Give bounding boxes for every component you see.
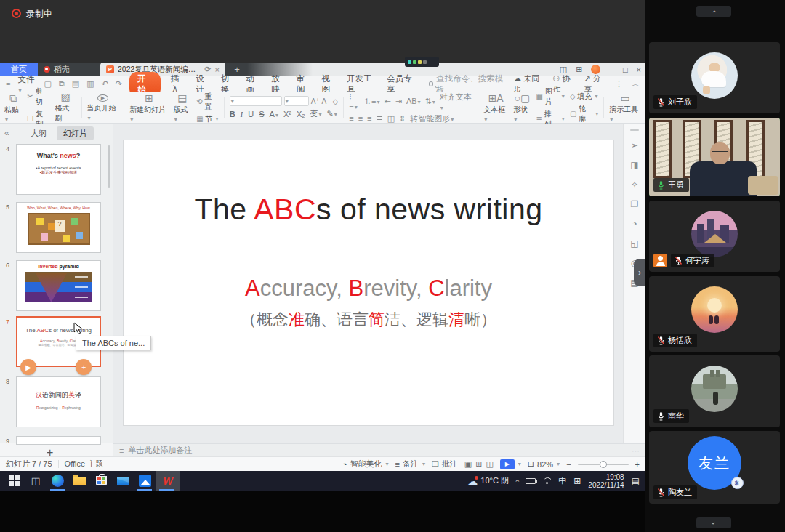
theme-name[interactable]: Office 主题 — [65, 459, 104, 469]
presentation-tools-button[interactable]: ▭演示工具 — [609, 94, 641, 121]
tab-outline[interactable]: 大纲 — [31, 128, 47, 139]
align-right-icon[interactable]: ≡ — [367, 114, 371, 123]
subscript-button[interactable]: X₂ — [297, 110, 305, 118]
task-view-button[interactable]: ◫ — [25, 471, 47, 491]
text-effects-button[interactable]: 变 — [310, 108, 322, 119]
justify-icon[interactable]: ≣ — [376, 114, 382, 124]
new-slide-button[interactable]: ⊞新建幻灯片 — [129, 94, 169, 121]
columns-icon[interactable]: ◫ — [387, 114, 395, 124]
undo-icon[interactable]: ↶ — [102, 79, 108, 89]
panel-collapse-handle[interactable]: › — [634, 259, 645, 286]
align-left-icon[interactable]: ≡ — [349, 114, 353, 123]
shapes-button[interactable]: ○▢形状 — [513, 94, 531, 121]
participant-tile[interactable]: 何宇涛 — [649, 201, 780, 272]
increase-indent-button[interactable]: ⇥ — [395, 97, 402, 106]
wifi-icon[interactable] — [543, 477, 551, 484]
decrease-indent-button[interactable]: ⇤ — [384, 97, 390, 106]
scroll-participants-up-button[interactable]: › — [696, 6, 731, 17]
slide-thumbnail-8[interactable]: 汉语新闻的英译 Reorganizing + Rephrasing — [16, 376, 101, 427]
slide-thumbnail-4[interactable]: What's news? •A report of recent events … — [16, 144, 101, 195]
slide-title[interactable]: The ABCs of news writing — [124, 193, 613, 227]
taskbar-store[interactable] — [90, 471, 112, 491]
clock[interactable]: 19:082022/11/14 — [588, 473, 624, 489]
properties-icon[interactable]: ◨ — [630, 160, 638, 170]
align-center-icon[interactable]: ≡ — [358, 114, 363, 123]
participant-tile[interactable]: 杨恬欣 — [649, 276, 780, 352]
strikethrough-button[interactable]: S — [259, 110, 264, 118]
line-sort-button[interactable]: ⇅ — [425, 97, 435, 106]
menu-tab-view[interactable]: 视图 — [321, 73, 337, 95]
floating-meeting-toolbar[interactable] — [405, 57, 439, 67]
slide-subtitle-chinese[interactable]: （概念准确、语言简洁、逻辑清晰） — [124, 309, 613, 331]
italic-button[interactable]: I — [241, 110, 243, 118]
slide-thumbnail-6[interactable]: Inverted pyramid — [16, 260, 101, 311]
format-painter-button[interactable]: ▨格式刷 — [55, 94, 76, 121]
line-spacing-icon[interactable]: ⇕ — [399, 114, 406, 124]
reading-view-icon[interactable]: ◫ — [486, 459, 493, 469]
weather-widget[interactable]: ☁10°C 阴 — [467, 475, 509, 487]
section-button[interactable]: ▦节 — [196, 114, 219, 124]
participant-tile-speaking[interactable]: 王勇 — [649, 118, 780, 196]
current-slide[interactable]: The ABCs of news writing Accuracy, Brevi… — [124, 140, 613, 425]
smart-beautify-button[interactable]: ◔智能美化 — [342, 459, 389, 469]
tray-expand-icon[interactable]: › — [513, 480, 521, 482]
start-button[interactable] — [3, 471, 25, 491]
ime-grid-icon[interactable]: ⊞ — [573, 476, 581, 486]
slide-thumbnail-9[interactable] — [16, 436, 101, 445]
fold-ribbon-icon[interactable]: ︿ — [632, 78, 640, 89]
reset-button[interactable]: ⟲重置 — [196, 92, 219, 112]
hamburger-icon[interactable]: ≡ — [6, 80, 10, 89]
superscript-button[interactable]: X² — [283, 110, 291, 118]
taskbar-edge[interactable] — [47, 471, 68, 491]
redo-icon[interactable]: ↷ — [116, 79, 122, 89]
sorter-view-icon[interactable]: ⊞ — [475, 459, 482, 469]
preview-icon[interactable]: ▥ — [86, 79, 94, 89]
notification-center-icon[interactable]: ▤ — [632, 476, 640, 486]
menu-tab-review[interactable]: 审阅 — [297, 73, 312, 95]
font-size-combo[interactable] — [284, 96, 309, 106]
zoom-slider[interactable] — [578, 464, 629, 465]
add-slide-quick-button[interactable]: ＋ — [76, 359, 92, 375]
crop-icon[interactable]: ◱ — [630, 238, 638, 249]
normal-view-icon[interactable]: ▣ — [464, 459, 472, 469]
font-name-combo[interactable] — [230, 96, 282, 106]
thumbnail-scrollbar[interactable] — [108, 145, 110, 188]
play-from-current-button[interactable]: ▶当页开始 — [87, 94, 119, 121]
clear-format-icon[interactable]: ◇ — [333, 97, 339, 105]
bullets-button[interactable]: ⁝≡ — [349, 92, 359, 110]
taskbar-photos[interactable] — [134, 471, 156, 491]
picture-button[interactable]: ▦图片 — [536, 86, 565, 107]
notes-bar[interactable]: ≡ 单击此处添加备注 ··· — [113, 443, 645, 456]
taskbar-mail[interactable] — [112, 471, 134, 491]
cut-button[interactable]: ✂剪切 — [27, 86, 49, 107]
highlight-button[interactable]: ✎ — [327, 109, 337, 118]
battery-icon[interactable] — [526, 478, 536, 484]
underline-button[interactable]: U — [248, 110, 254, 118]
more-menu-icon[interactable]: ⋮ — [615, 79, 623, 89]
tab-slides[interactable]: 幻灯片 — [57, 126, 94, 140]
shrink-font-icon[interactable]: A⁻ — [322, 97, 331, 105]
bold-button[interactable]: B — [230, 110, 236, 118]
fill-button[interactable]: ◇填充 — [570, 92, 598, 102]
export-icon[interactable]: ⧉ — [59, 79, 65, 89]
zoom-in-button[interactable]: + — [635, 460, 640, 469]
font-color-button[interactable]: A — [270, 110, 278, 118]
zoom-out-button[interactable]: − — [566, 460, 571, 469]
taskbar-wps[interactable]: W — [156, 471, 180, 491]
duplicate-icon[interactable]: ❐ — [631, 199, 639, 209]
participant-tile[interactable]: 友兰 ❋ 陶友兰 — [649, 431, 780, 504]
textbox-button[interactable]: ⊞A文本框 — [483, 94, 508, 121]
participant-tile[interactable]: 刘子欣 — [649, 42, 780, 113]
scroll-participants-down-button[interactable]: › — [696, 517, 731, 528]
menu-tab-transition[interactable]: 切换 — [221, 73, 236, 95]
align-text-button[interactable]: 对齐文本 — [440, 92, 472, 111]
comments-button[interactable]: ❏批注 — [432, 459, 458, 469]
menu-tab-insert[interactable]: 插入 — [171, 73, 186, 95]
notes-more-icon[interactable]: ··· — [632, 446, 640, 455]
grow-font-icon[interactable]: A⁺ — [311, 97, 320, 105]
participant-tile[interactable]: 南华 — [649, 355, 780, 427]
layout-button[interactable]: ▤版式 — [174, 94, 191, 121]
slide-subtitle[interactable]: Accuracy, Brevity, Clarity — [124, 275, 613, 302]
slide-thumbnail-5[interactable]: Who, What, When, Where, Why, How ? — [16, 202, 101, 253]
print-icon[interactable]: ▤ — [72, 79, 79, 89]
